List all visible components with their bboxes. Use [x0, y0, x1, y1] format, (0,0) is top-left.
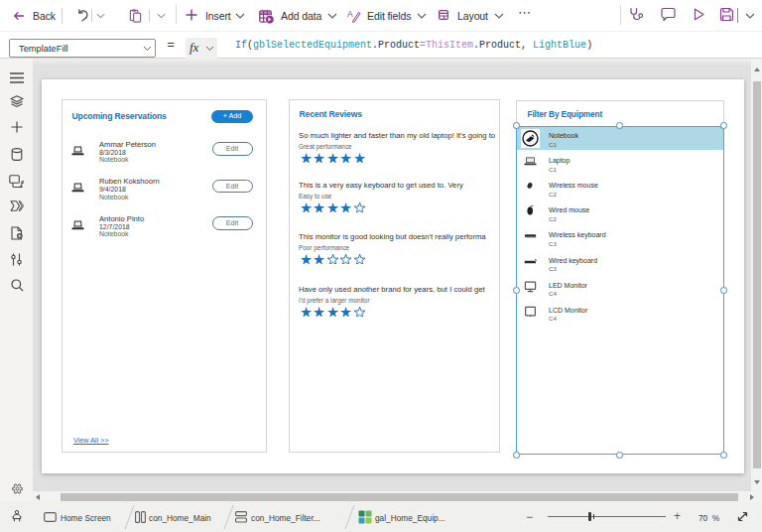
svg-text:A: A — [347, 9, 353, 19]
